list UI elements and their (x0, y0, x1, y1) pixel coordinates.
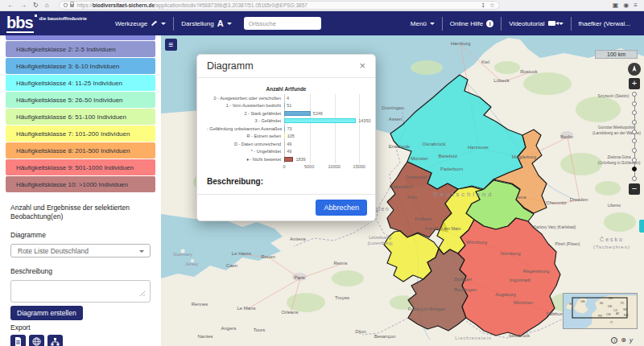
chevron-down-icon (227, 23, 232, 25)
map-label: Würzburg (466, 240, 487, 245)
browser-back-icon[interactable]: ← (7, 0, 14, 11)
legend-list: Häufigkeitsklasse 2: 2-5 IndividuenHäufi… (0, 41, 161, 192)
browser-home-icon[interactable]: ⌂ (45, 0, 49, 11)
bbs-logo[interactable]: bbs die baustoffindustrie (6, 14, 87, 33)
browser-forward-icon[interactable]: → (20, 0, 27, 11)
zoom-slider-dot[interactable] (632, 148, 637, 153)
map-label: Deutschland (434, 191, 494, 198)
diagramm-erstellen-button[interactable]: Diagramm erstellen (10, 306, 83, 320)
chart-axis: 050001000015000 (284, 163, 362, 171)
file-icon (14, 337, 22, 346)
zoom-slider-dot[interactable] (632, 176, 637, 181)
menu-label: Menü (411, 20, 427, 27)
beschreibung-textarea[interactable] (10, 280, 151, 303)
url-path: /application/biodiv?#5687396@3.20387/51.… (155, 2, 308, 8)
url-scheme: https:// (77, 2, 93, 8)
chart-rows: 0 - Ausgestorben oder verschollen41 - Vo… (207, 94, 365, 163)
legend-item: Häufigkeitsklasse 2: 2-5 Individuen (6, 41, 155, 57)
modal-beschreibung-label: Beschreibung: (207, 177, 365, 186)
minimap-country-code: NL (600, 302, 604, 305)
zoom-slider[interactable] (632, 92, 638, 181)
online-hilfe-label: Online Hilfe (450, 20, 483, 27)
online-hilfe-menu[interactable]: Online Hilfe i (443, 16, 501, 31)
chart-category-label: 1 - Vom Aussterben bedroht (207, 103, 284, 108)
wrench-icon (151, 20, 158, 27)
minimap-country-code: AT (616, 312, 620, 315)
legend-item: Häufigkeitsklasse 9: 501-1000 Individuen (6, 159, 155, 175)
export-share-button[interactable] (47, 335, 63, 346)
diagram-type-select[interactable]: Rote Liste Deutschland (10, 244, 151, 257)
minimap-country-code: FR (598, 315, 602, 318)
zoom-slider-dot[interactable] (632, 120, 637, 125)
chart-title: Anzahl Artfunde (207, 86, 365, 92)
user-menu[interactable]: fhaefker (Verwal... (572, 16, 638, 31)
url-bar[interactable]: https://biodiversitaet-sichern.de/applic… (59, 1, 500, 10)
map-label: Česko (600, 236, 624, 242)
zoom-slider-dot[interactable] (632, 101, 637, 106)
chart-row: D - Daten unzureichend49 (207, 140, 365, 148)
zoom-slider-dot[interactable] (632, 138, 637, 143)
browser-chrome: ← → ↻ ⌂ https://biodiversitaet-sichern.d… (0, 0, 644, 11)
map-label: Liechtenstein (455, 336, 491, 340)
map-label: Le Mans (237, 306, 255, 311)
overview-minimap[interactable]: IEGBNLDKDEPLCZSKFRCHATHUIT (563, 293, 638, 329)
logo-subtitle: die baustoffindustrie (39, 16, 87, 21)
map-label: Koblenz (415, 216, 432, 221)
zoom-out-button[interactable]: − (629, 183, 640, 195)
map-label: Rostock (520, 69, 539, 74)
logo-dot (35, 14, 37, 17)
close-icon[interactable]: × (359, 61, 365, 71)
modal-header: Diagramm × (197, 55, 375, 78)
chart-row: - Gefährdung unbekannten Ausmaßes73 (207, 125, 365, 133)
extensions-icon[interactable]: ▣ (613, 2, 619, 9)
export-file-button[interactable] (10, 335, 26, 346)
map-label: Nürnberg (500, 251, 520, 256)
export-geo-button[interactable] (29, 335, 44, 346)
map-label: Orléans (281, 310, 298, 315)
darstellung-menu[interactable]: Darstellung A (174, 16, 238, 31)
browser-reload-icon[interactable]: ↻ (33, 0, 39, 11)
chart-plot-cell: 4 (284, 94, 362, 102)
zoom-slider-dot[interactable] (632, 92, 637, 97)
chart-axis-row: 050001000015000 (207, 163, 365, 171)
map-label: Regensburg (523, 269, 550, 274)
chart-category-label: - Gefährdung unbekannten Ausmaßes (207, 126, 284, 131)
minimap-country-code: HU (624, 314, 629, 317)
abbrechen-button[interactable]: Abbrechen (316, 200, 367, 216)
logo-text: bbs (6, 14, 34, 33)
zoom-slider-dot[interactable] (632, 110, 637, 115)
chart-plot-cell: 51 (284, 102, 362, 110)
panel-tab[interactable] (639, 220, 644, 233)
chart-row: ♦ - Nicht bewertet1839 (207, 155, 365, 163)
attribution-info-icon[interactable]: i (611, 337, 617, 344)
lock-icon[interactable] (70, 4, 74, 7)
zoom-in-button[interactable]: + (629, 78, 640, 89)
browser-menu-icon[interactable]: ≡ (634, 2, 638, 9)
modal-title: Diagramm (207, 60, 254, 72)
map-label: Freiburg im Breisgau (408, 307, 446, 311)
account-icon[interactable]: ◉ (623, 2, 629, 9)
menu-dropdown[interactable]: Menü (403, 16, 442, 31)
chart-plot-cell: 5246 (284, 109, 362, 117)
zoom-slider-handle[interactable] (632, 167, 637, 171)
chart-value-label: 49 (287, 149, 291, 154)
layers-menu-button[interactable]: ≡ (165, 39, 177, 51)
shield-icon[interactable] (64, 3, 68, 7)
map-label: Lübeck (493, 78, 510, 83)
attribution[interactable]: i ⊕ y (611, 336, 633, 344)
zoom-slider-dot[interactable] (632, 158, 637, 163)
chart-value-label: 1839 (295, 157, 305, 163)
map[interactable]: HamburgKielLübeckRostockSzczecin (Stetti… (161, 35, 644, 346)
videotutorial-menu[interactable]: Videotutorial (502, 16, 570, 31)
map-label: Köln (407, 195, 417, 200)
compass-button[interactable] (628, 63, 641, 76)
map-label: Reims (333, 261, 347, 266)
chart-bar (284, 157, 293, 162)
ortssuche-input[interactable] (244, 17, 321, 30)
chevron-down-icon (161, 23, 166, 25)
download-icon[interactable]: ↧ (481, 2, 485, 9)
chart-category-label: D - Daten unzureichend (207, 142, 284, 146)
bookmark-star-icon[interactable]: ☆ (489, 2, 494, 9)
werkzeuge-menu[interactable]: Werkzeuge (108, 16, 173, 31)
zoom-slider-dot[interactable] (632, 130, 637, 134)
